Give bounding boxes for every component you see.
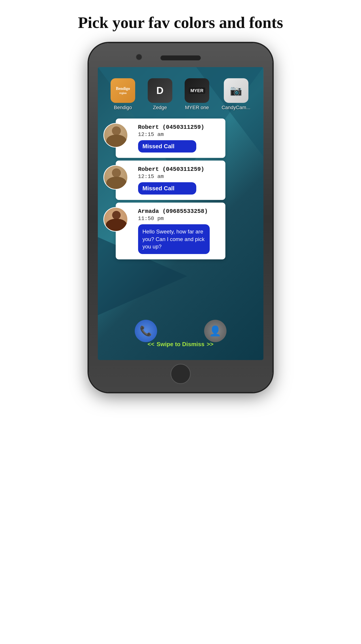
notif-message-1: Missed Call: [138, 140, 196, 152]
dock-phone-icon[interactable]: 📞: [135, 320, 157, 342]
dock: 📞 👤: [98, 320, 263, 342]
phone-shell: Bendigoregion Bendigo D Zedge MYER: [89, 43, 272, 392]
phone-screen: Bendigoregion Bendigo D Zedge MYER: [98, 67, 263, 360]
notification-card-1[interactable]: Robert (0450311259) 12:15 am Missed Call: [116, 118, 225, 158]
swipe-bar[interactable]: << Swipe to Dismiss >>: [98, 341, 263, 348]
front-camera: [136, 54, 142, 60]
avatar-armada: [103, 207, 128, 232]
app-candycam-label: CandyCam...: [222, 105, 250, 110]
app-myer-label: MYER one: [185, 105, 209, 110]
notifications-overlay: Robert (0450311259) 12:15 am Missed Call…: [116, 118, 263, 262]
notification-card-2[interactable]: Robert (0450311259) 12:15 am Missed Call: [116, 160, 225, 200]
swipe-text: Swipe to Dismiss: [157, 341, 205, 348]
notif-message-3: Hello Sweety, how far are you? Can I com…: [138, 224, 210, 254]
avatar-robert-2: [103, 165, 128, 190]
swipe-left-arrow: <<: [148, 341, 154, 348]
notif-name-1: Robert (0450311259): [138, 124, 219, 130]
notif-time-3: 11:50 pm: [138, 216, 219, 222]
notification-card-3[interactable]: Armada (09685533258) 11:50 pm Hello Swee…: [116, 202, 225, 260]
notif-time-2: 12:15 am: [138, 174, 219, 180]
app-icons-row1: Bendigoregion Bendigo D Zedge MYER: [98, 78, 263, 110]
notif-name-2: Robert (0450311259): [138, 166, 219, 173]
swipe-right-arrow: >>: [207, 341, 213, 348]
app-bendigo[interactable]: Bendigoregion Bendigo: [111, 78, 135, 110]
dock-contacts-icon[interactable]: 👤: [204, 320, 226, 342]
speaker-top: [160, 56, 201, 60]
app-zedge-label: Zedge: [153, 105, 167, 110]
notif-name-3: Armada (09685533258): [138, 208, 219, 215]
app-candycam[interactable]: 📷 CandyCam...: [222, 78, 250, 110]
avatar-robert-1: [103, 123, 128, 148]
app-myer[interactable]: MYER MYER one: [185, 78, 209, 110]
notif-time-1: 12:15 am: [138, 132, 219, 138]
phone-bottom: [98, 360, 263, 392]
notif-message-2: Missed Call: [138, 182, 196, 194]
app-zedge[interactable]: D Zedge: [148, 78, 172, 110]
home-button[interactable]: [171, 364, 191, 384]
app-bendigo-label: Bendigo: [114, 105, 132, 110]
page-title: Pick your fav colors and fonts: [78, 14, 283, 32]
